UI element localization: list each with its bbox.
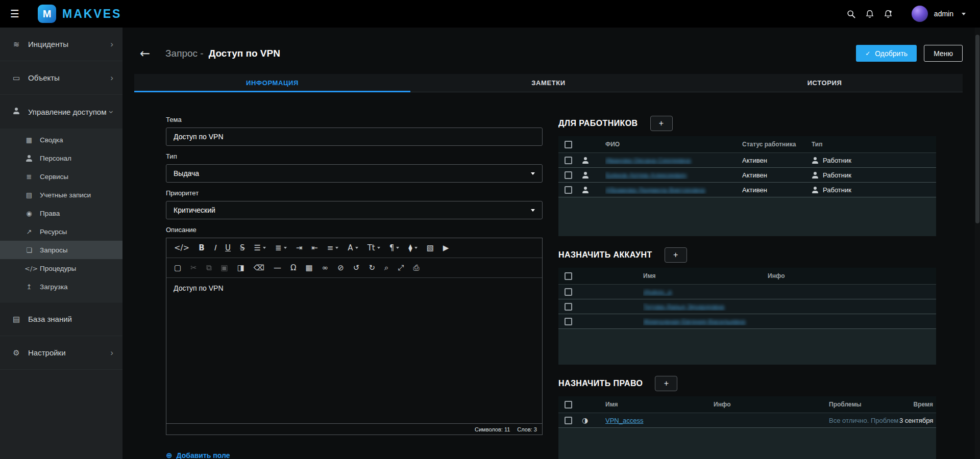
worker-row[interactable]: Иванова Оксана Сергеевна Активен Работни… bbox=[558, 153, 936, 168]
new-document-icon[interactable]: ▢ bbox=[169, 262, 186, 274]
account-name-link[interactable]: Жемчужная Евгения Васильевна bbox=[643, 318, 745, 325]
row-checkbox[interactable] bbox=[565, 186, 572, 194]
sidebar-item-svodka[interactable]: ▦ Сводка bbox=[0, 131, 122, 149]
scrollbar-thumb[interactable] bbox=[975, 35, 979, 223]
account-name-link[interactable]: zhukov_a bbox=[643, 288, 672, 296]
approve-button[interactable]: ✓ Одобрить bbox=[856, 45, 917, 62]
sidebar-item-personal[interactable]: Персонал bbox=[0, 149, 122, 167]
paste-from-word-icon[interactable]: ◨ bbox=[233, 262, 249, 274]
account-row[interactable]: zhukov_a bbox=[558, 285, 936, 299]
font-size-icon[interactable]: Tt bbox=[363, 242, 385, 254]
add-account-button[interactable]: + bbox=[665, 247, 687, 263]
sidebar-item-rights[interactable]: ◉ Права bbox=[0, 204, 122, 222]
sidebar-item-requests[interactable]: ❏ Запросы bbox=[0, 241, 122, 259]
menu-button[interactable]: Меню bbox=[924, 45, 963, 62]
tab-history[interactable]: ИСТОРИЯ bbox=[687, 74, 963, 92]
account-name-link[interactable]: Титова Дарья Эдуардовна bbox=[643, 303, 724, 311]
user-avatar[interactable] bbox=[912, 6, 928, 22]
worker-name-link[interactable]: Буянов Артем Алексеевич bbox=[605, 171, 687, 179]
unlink-icon[interactable]: ⊘ bbox=[333, 262, 349, 274]
redo-icon[interactable]: ↻ bbox=[364, 262, 380, 274]
user-name[interactable]: admin bbox=[934, 10, 953, 18]
paste-icon[interactable]: ▣ bbox=[216, 262, 232, 274]
account-row[interactable]: Жемчужная Евгения Васильевна bbox=[558, 314, 936, 329]
underline-icon[interactable]: U bbox=[220, 242, 235, 254]
submenu-item-icon: ▤ bbox=[24, 191, 34, 199]
worker-name-link[interactable]: Абрамова Людмила Викторовна bbox=[605, 186, 705, 194]
fullscreen-icon[interactable]: ⤢ bbox=[393, 262, 408, 274]
outdent-icon[interactable]: ⇤ bbox=[307, 242, 323, 254]
worker-row[interactable]: Буянов Артем Алексеевич Активен Работник bbox=[558, 168, 936, 183]
sidebar-item-upload[interactable]: ↥ Загрузка bbox=[0, 277, 122, 296]
select-all-checkbox[interactable] bbox=[565, 141, 572, 148]
row-checkbox[interactable] bbox=[565, 303, 572, 311]
bold-icon[interactable]: B bbox=[194, 242, 209, 254]
notifications-bell-icon[interactable] bbox=[861, 10, 879, 18]
ordered-list-icon[interactable]: ≣ bbox=[271, 242, 291, 254]
eraser-icon[interactable]: ⌫ bbox=[249, 262, 269, 274]
horizontal-rule-icon[interactable]: — bbox=[269, 262, 286, 274]
highlight-color-icon[interactable]: ⧫ bbox=[404, 242, 422, 254]
tab-notes[interactable]: ЗАМЕТКИ bbox=[410, 74, 687, 92]
tab-bar: ИНФОРМАЦИЯ ЗАМЕТКИ ИСТОРИЯ bbox=[134, 74, 963, 92]
editor-body[interactable]: Доступ по VPN bbox=[166, 278, 542, 423]
sidebar-item-resources[interactable]: ↗ Ресурсы bbox=[0, 222, 122, 241]
undo-icon[interactable]: ↺ bbox=[349, 262, 364, 274]
breadcrumb: Запрос - bbox=[165, 48, 204, 59]
insert-table-icon[interactable]: ▦ bbox=[301, 262, 317, 274]
right-name-link[interactable]: VPN_access bbox=[605, 417, 643, 424]
select-all-checkbox[interactable] bbox=[565, 272, 572, 280]
strikethrough-icon[interactable]: S bbox=[235, 242, 250, 254]
back-arrow-icon[interactable]: ← bbox=[140, 46, 150, 61]
cut-icon[interactable]: ✂ bbox=[186, 262, 202, 274]
sidebar-item-knowledge-base[interactable]: ▤ База знаний bbox=[0, 302, 122, 336]
insert-image-icon[interactable]: ▧ bbox=[422, 242, 438, 254]
hamburger-menu-icon[interactable]: ☰ bbox=[10, 8, 24, 20]
sidebar-item-settings[interactable]: ⚙ Настройки › bbox=[0, 336, 122, 370]
indent-icon[interactable]: ⇥ bbox=[291, 242, 307, 254]
sidebar-item-accounts[interactable]: ▤ Учетные записи bbox=[0, 186, 122, 204]
paragraph-format-icon[interactable]: ¶ bbox=[385, 242, 404, 254]
add-right-button[interactable]: + bbox=[655, 376, 677, 391]
copy-icon[interactable]: ⧉ bbox=[202, 262, 216, 274]
unordered-list-icon[interactable]: ☰ bbox=[250, 242, 271, 254]
add-field-button[interactable]: ⊕ Добавить поле bbox=[166, 451, 230, 459]
right-row[interactable]: ◑ VPN_access Все отлично. Проблем нет 3 … bbox=[558, 413, 936, 428]
sidebar-item-access-management[interactable]: Управление доступом › bbox=[0, 95, 122, 129]
row-checkbox[interactable] bbox=[565, 171, 572, 179]
type-select[interactable]: Выдача bbox=[166, 164, 543, 183]
type-field-group: Тип Выдача bbox=[166, 152, 543, 183]
sidebar-item-incidents[interactable]: ≋ Инциденты › bbox=[0, 28, 122, 61]
code-view-icon[interactable]: </> bbox=[169, 242, 194, 254]
row-checkbox[interactable] bbox=[565, 157, 572, 164]
find-icon[interactable]: ⌕ bbox=[380, 262, 393, 274]
sidebar-item-objects[interactable]: ▭ Объекты › bbox=[0, 61, 122, 95]
brand-logo[interactable]: M MAKVES bbox=[38, 5, 121, 23]
search-icon[interactable] bbox=[842, 10, 861, 18]
worker-row[interactable]: Абрамова Людмила Викторовна Активен Рабо… bbox=[558, 183, 936, 197]
user-menu-chevron-icon[interactable] bbox=[962, 13, 966, 15]
align-icon[interactable]: ≡ bbox=[323, 242, 344, 254]
font-color-icon[interactable]: A bbox=[343, 242, 362, 254]
subject-input[interactable] bbox=[166, 128, 543, 146]
account-row[interactable]: Титова Дарья Эдуардовна bbox=[558, 299, 936, 314]
sidebar-item-procedures[interactable]: </> Процедуры bbox=[0, 259, 122, 277]
insert-video-icon[interactable]: ▶ bbox=[438, 242, 454, 254]
link-icon[interactable]: ∞ bbox=[317, 262, 333, 274]
worker-name-link[interactable]: Иванова Оксана Сергеевна bbox=[605, 157, 691, 164]
sidebar-item-services[interactable]: ≣ Сервисы bbox=[0, 167, 122, 186]
page-scrollbar[interactable] bbox=[975, 28, 980, 459]
priority-select[interactable]: Критический bbox=[166, 201, 543, 219]
row-checkbox[interactable] bbox=[565, 288, 572, 296]
main-content: ← Запрос - Доступ по VPN ✓ Одобрить Меню… bbox=[122, 28, 980, 459]
italic-icon[interactable]: I bbox=[209, 242, 220, 254]
tab-information[interactable]: ИНФОРМАЦИЯ bbox=[134, 74, 410, 92]
row-checkbox[interactable] bbox=[565, 318, 572, 325]
select-all-checkbox[interactable] bbox=[565, 401, 572, 409]
special-character-icon[interactable]: Ω bbox=[286, 262, 301, 274]
add-worker-button[interactable]: + bbox=[650, 116, 673, 131]
worker-type: Работник bbox=[823, 157, 851, 164]
print-icon[interactable]: ⎙ bbox=[408, 262, 424, 274]
alerts-bell-icon[interactable] bbox=[879, 10, 897, 18]
row-checkbox[interactable] bbox=[565, 417, 572, 424]
